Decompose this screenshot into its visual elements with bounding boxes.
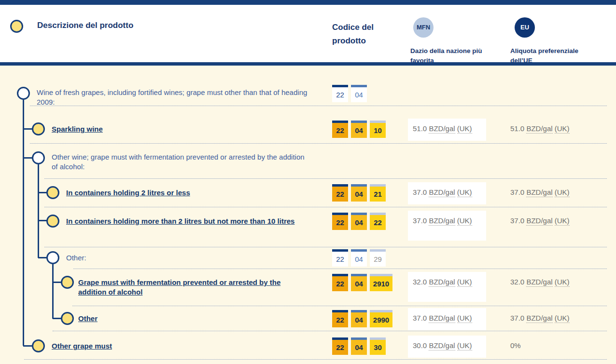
duty-amount: 37.0 — [510, 314, 524, 322]
product-code: 22 04 2990 — [332, 310, 392, 327]
product-link[interactable]: Grape must with fermentation prevented o… — [78, 278, 306, 297]
duty-unit[interactable]: BZD/gal — [429, 278, 455, 287]
description-column-header: Descrizione del prodotto — [37, 21, 133, 30]
mfn-duty-cell: 37.0 BZD/gal (UK) — [408, 182, 486, 204]
code-chip: 22 — [332, 310, 348, 327]
duty-amount: 37.0 — [510, 188, 524, 196]
tree-node-toggle[interactable] — [17, 87, 30, 100]
duty-country[interactable]: (UK) — [555, 188, 570, 197]
product-code: 22 04 22 — [332, 213, 386, 230]
code-chip: 22 — [332, 213, 348, 230]
duty-unit[interactable]: BZD/gal — [526, 188, 552, 197]
duty-amount: 37.0 — [510, 216, 524, 225]
product-legend-icon — [10, 20, 23, 33]
duty-unit[interactable]: BZD/gal — [429, 314, 455, 323]
duty-country[interactable]: (UK) — [457, 278, 472, 287]
duty-unit[interactable]: BZD/gal — [429, 124, 455, 134]
eu-duty-cell: 37.0 BZD/gal (UK) — [510, 216, 570, 225]
tree-connector-line — [23, 128, 32, 130]
duty-unit[interactable]: BZD/gal — [526, 278, 552, 287]
duty-country[interactable]: (UK) — [555, 124, 570, 134]
code-chip: 04 — [351, 213, 367, 230]
code-chip: 04 — [351, 85, 367, 102]
duty-country[interactable]: (UK) — [555, 314, 570, 323]
product-description: Wine of fresh grapes, including fortifie… — [37, 88, 312, 107]
row-divider — [30, 106, 607, 106]
duty-country[interactable]: (UK) — [457, 188, 472, 197]
eu-duty-cell: 51.0 BZD/gal (UK) — [510, 124, 570, 133]
code-chip: 22 — [332, 121, 348, 138]
product-code: 22 04 29 — [332, 249, 386, 267]
row-divider — [44, 247, 607, 247]
product-leaf-icon — [61, 312, 74, 325]
product-link[interactable]: Other grape must — [52, 341, 312, 351]
row-divider — [44, 207, 607, 207]
product-description: Other wine; grape must with fermentation… — [52, 152, 312, 172]
code-chip: 04 — [351, 121, 367, 138]
row-divider — [44, 178, 607, 179]
product-leaf-icon — [32, 122, 45, 135]
tree-node-toggle[interactable] — [46, 251, 59, 264]
product-code: 22 04 10 — [332, 121, 386, 138]
code-chip: 04 — [351, 274, 367, 291]
code-chip: 04 — [351, 184, 367, 202]
code-chip: 21 — [370, 184, 386, 202]
code-chip: 22 — [332, 274, 348, 291]
duty-country[interactable]: (UK) — [555, 216, 570, 226]
duty-amount: 30.0 — [413, 341, 427, 350]
row-divider — [53, 331, 607, 331]
duty-amount: 51.0 — [413, 124, 427, 133]
duty-unit[interactable]: BZD/gal — [429, 188, 455, 197]
tariff-table-page: Descrizione del prodotto Codice del prod… — [0, 0, 616, 364]
duty-country[interactable]: (UK) — [457, 124, 472, 134]
product-code: 22 04 2910 — [332, 274, 392, 291]
mfn-duty-cell: 30.0 BZD/gal (UK) — [408, 336, 486, 358]
code-chip: 04 — [351, 249, 367, 267]
duty-country[interactable]: (UK) — [457, 314, 472, 323]
duty-unit[interactable]: BZD/gal — [429, 341, 455, 351]
product-description: Other: — [66, 253, 319, 263]
duty-unit[interactable]: BZD/gal — [526, 314, 552, 323]
header-divider-bar — [0, 62, 616, 66]
product-link[interactable]: In containers holding 2 litres or less — [66, 188, 319, 198]
tree-connector-line — [38, 257, 47, 258]
duty-amount: 32.0 — [413, 278, 427, 286]
eu-duty-cell: 32.0 BZD/gal (UK) — [510, 278, 570, 286]
product-code: 22 04 — [332, 85, 367, 102]
product-link[interactable]: In containers holding more than 2 litres… — [66, 216, 319, 226]
row-divider — [30, 143, 607, 144]
product-leaf-icon — [32, 339, 45, 352]
mfn-duty-cell: 51.0 BZD/gal (UK) — [408, 119, 486, 141]
code-chip: 04 — [351, 310, 367, 327]
tree-connector-line — [53, 318, 61, 319]
mfn-duty-cell: 37.0 BZD/gal (UK) — [408, 211, 486, 241]
tree-node-toggle[interactable] — [32, 151, 45, 164]
duty-unit[interactable]: BZD/gal — [526, 216, 552, 226]
row-divider — [24, 359, 607, 360]
product-leaf-icon — [61, 276, 74, 289]
code-chip: 22 — [332, 85, 348, 102]
duty-country[interactable]: (UK) — [457, 341, 472, 351]
tree-connector-line — [38, 164, 39, 258]
eu-duty-cell: 37.0 BZD/gal (UK) — [510, 314, 570, 322]
product-link[interactable]: Sparkling wine — [52, 124, 312, 134]
mfn-duty-cell: 32.0 BZD/gal (UK) — [408, 272, 486, 302]
product-leaf-icon — [46, 186, 59, 199]
duty-country[interactable]: (UK) — [457, 216, 472, 226]
tree-connector-line — [53, 282, 61, 283]
tree-connector-line — [38, 220, 47, 221]
mfn-badge-icon: MFN — [413, 17, 434, 38]
product-link[interactable]: Other — [78, 314, 306, 324]
code-chip: 04 — [351, 337, 367, 355]
duty-amount: 37.0 — [413, 216, 427, 225]
tree-connector-line — [52, 264, 54, 319]
tree-connector-line — [23, 345, 32, 347]
duty-unit[interactable]: BZD/gal — [526, 124, 552, 134]
duty-unit[interactable]: BZD/gal — [429, 216, 455, 226]
product-leaf-icon — [46, 215, 59, 228]
duty-amount: 51.0 — [510, 124, 524, 133]
duty-country[interactable]: (UK) — [555, 278, 570, 287]
eu-badge-icon: EU — [515, 17, 535, 38]
code-chip: 22 — [370, 213, 386, 230]
code-column-header: Codice del prodotto — [332, 21, 386, 48]
